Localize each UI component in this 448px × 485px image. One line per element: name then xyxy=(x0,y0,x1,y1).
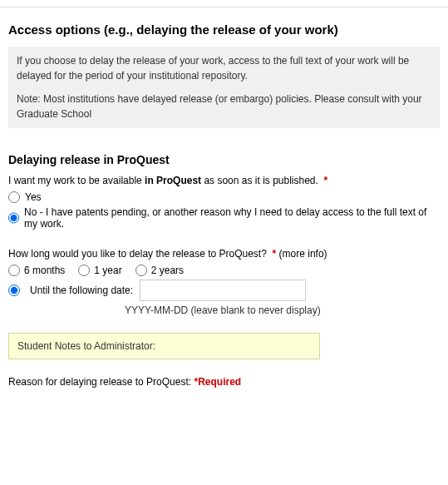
publish-question: I want my work to be available in ProQue… xyxy=(8,175,440,186)
duration-2y-label: 2 years xyxy=(151,265,184,276)
avail-yes-radio[interactable] xyxy=(8,191,20,203)
duration-1y-radio[interactable] xyxy=(78,265,90,276)
duration-6m-radio[interactable] xyxy=(8,265,20,276)
avail-yes-label: Yes xyxy=(25,191,42,203)
reason-label: Reason for delaying release to ProQuest:… xyxy=(8,376,440,388)
avail-no-radio[interactable] xyxy=(8,212,19,224)
info-box: If you choose to delay the release of yo… xyxy=(8,47,440,128)
duration-6m-label: 6 months xyxy=(24,265,65,276)
duration-until-radio[interactable] xyxy=(8,285,20,296)
until-date-input[interactable] xyxy=(140,280,306,301)
info-para-1: If you choose to delay the release of yo… xyxy=(17,53,431,83)
duration-2y-radio[interactable] xyxy=(135,265,147,276)
duration-until-label: Until the following date: xyxy=(30,285,133,296)
date-format-hint: YYYY-MM-DD (leave blank to never display… xyxy=(125,304,440,316)
info-para-2: Note: Most institutions have delayed rel… xyxy=(17,92,431,121)
delay-heading: Delaying release in ProQuest xyxy=(8,153,440,166)
access-options-heading: Access options (e.g., delaying the relea… xyxy=(8,22,440,37)
delay-duration-question: How long would you like to delay the rel… xyxy=(8,248,440,260)
avail-no-label: No - I have patents pending, or another … xyxy=(24,206,440,230)
student-notes-box: Student Notes to Administrator: xyxy=(8,333,320,359)
student-notes-label: Student Notes to Administrator: xyxy=(17,340,155,352)
duration-1y-label: 1 year xyxy=(94,265,121,276)
